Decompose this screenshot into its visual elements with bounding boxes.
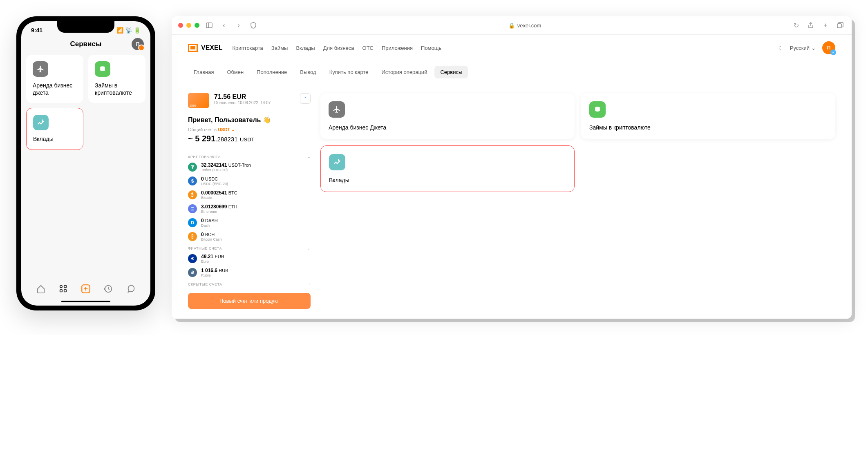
address-bar[interactable]: 🔒 vexel.com [263, 22, 786, 29]
coins-icon [589, 101, 606, 118]
sub-nav-item[interactable]: Вывод [294, 66, 322, 78]
new-tab-icon[interactable]: + [821, 20, 830, 30]
coin-row[interactable]: €49.21 EUREuro [188, 254, 311, 263]
nav-link[interactable]: Займы [271, 45, 288, 51]
svg-rect-6 [206, 23, 212, 28]
new-account-button[interactable]: Новый счет или продукт [188, 293, 311, 309]
service-title: Аренда бизнес Джета [329, 124, 566, 131]
card-title: Вклады [33, 135, 76, 143]
lock-icon: 🔒 [508, 22, 515, 29]
window-maximize-icon[interactable] [195, 23, 199, 28]
nav-link[interactable]: Криптокарта [232, 45, 263, 51]
theme-toggle-icon[interactable]: ☾ [779, 45, 783, 51]
phone-mockup: 9:41 📶 📡 🔋 Сервисы П Аренда бизнес джета… [16, 16, 155, 310]
back-icon[interactable]: ‹ [219, 20, 229, 30]
logo-icon [188, 44, 198, 52]
svg-rect-3 [60, 290, 63, 292]
sidebar: 71.56 EUR Обновлено: 10.08.2022, 14:07 П… [188, 93, 311, 309]
nav-home-icon[interactable] [36, 284, 46, 294]
logo[interactable]: VEXEL [188, 44, 222, 52]
coin-icon: ₿ [188, 232, 197, 241]
coin-row[interactable]: ₿0.00002541 BTCBitcoin [188, 190, 311, 200]
browser-window: ‹ › 🔒 vexel.com ↻ + VEXEL КриптокартаЗай… [172, 16, 852, 319]
reload-icon[interactable]: ↻ [791, 20, 801, 30]
service-card[interactable]: Аренда бизнес Джета [320, 93, 575, 139]
phone-avatar[interactable]: П [132, 38, 144, 50]
coin-row[interactable]: ₮32.3242141 USDT-TronTether (TRC-20) [188, 162, 311, 172]
nav-link[interactable]: Приложения [382, 45, 413, 51]
coin-row[interactable]: D0 DASHDash [188, 218, 311, 228]
chevron-down-icon: ⌄ [231, 127, 235, 132]
nav-history-icon[interactable] [103, 284, 114, 294]
coin-icon: Ξ [188, 204, 197, 213]
total-amount: ~ 5 291.288231 USDT [188, 134, 300, 143]
nav-link[interactable]: Для бизнеса [323, 45, 354, 51]
hidden-section-label[interactable]: СКРЫТЫЕ СЧЕТА› [188, 282, 311, 286]
coin-icon: ₽ [188, 268, 197, 277]
sub-nav-item[interactable]: Сервисы [434, 66, 468, 78]
tabs-icon[interactable] [835, 20, 845, 30]
coin-row[interactable]: ₿0 BCHBitcoin Cash [188, 232, 311, 241]
service-card[interactable]: Вклады [320, 145, 575, 192]
card-title: Аренда бизнес джета [33, 82, 77, 96]
chevron-right-icon: › [309, 282, 311, 286]
language-select[interactable]: Русский ⌄ [790, 45, 816, 51]
nav-link[interactable]: Помощь [421, 45, 441, 51]
phone-service-card[interactable]: Аренда бизнес джета [26, 55, 83, 103]
window-close-icon[interactable] [178, 23, 183, 28]
svg-rect-2 [64, 286, 67, 288]
phone-service-card[interactable]: Вклады [26, 108, 83, 150]
crypto-section-label[interactable]: КРИПТОВАЛЮТА⌄ [188, 155, 311, 159]
user-avatar[interactable]: П [822, 41, 835, 54]
coin-row[interactable]: ₽1 016.6 RUBRuble [188, 268, 311, 277]
nav-link[interactable]: Вклады [296, 45, 315, 51]
signal-icon: 📶 [116, 27, 123, 33]
chevron-down-icon: ⌄ [307, 246, 311, 250]
plane-icon [329, 101, 345, 118]
share-icon[interactable] [806, 20, 816, 30]
service-card[interactable]: Займы в криптовалюте [581, 93, 835, 139]
chevron-down-icon: ⌄ [307, 155, 311, 159]
sub-nav-item[interactable]: История операций [376, 66, 433, 78]
balance-updated: Обновлено: 10.08.2022, 14:07 [214, 100, 271, 105]
coin-row[interactable]: Ξ3.01280699 ETHEthereum [188, 204, 311, 214]
phone-service-card[interactable]: Займы в криптовалюте [88, 55, 145, 103]
nav-add-icon[interactable] [81, 284, 91, 294]
phone-page-title: Сервисы [70, 40, 102, 48]
collapse-sidebar-icon[interactable]: ⌃ [300, 93, 311, 104]
coin-icon: $ [188, 176, 197, 185]
coin-icon: ₿ [188, 190, 197, 199]
coin-icon: € [188, 254, 197, 263]
coin-row[interactable]: $0 USDCUSDC (ERC-20) [188, 176, 311, 186]
shield-icon[interactable] [248, 20, 258, 30]
phone-notch [57, 21, 114, 33]
svg-rect-4 [64, 290, 67, 292]
fiat-section-label[interactable]: ФИАТНЫЕ СЧЕТА⌄ [188, 246, 311, 250]
main-nav: VEXEL КриптокартаЗаймыВкладыДля бизнесаO… [172, 35, 852, 61]
window-minimize-icon[interactable] [186, 23, 191, 28]
nav-link[interactable]: OTC [362, 45, 374, 51]
card-image [188, 93, 209, 108]
coins-icon [95, 61, 110, 77]
sub-nav-item[interactable]: Обмен [221, 66, 249, 78]
sub-nav: ГлавнаяОбменПополнениеВыводКупить по кар… [172, 61, 852, 83]
balance-card[interactable]: 71.56 EUR Обновлено: 10.08.2022, 14:07 [188, 93, 300, 108]
greeting: Привет, Пользователь 👋 [188, 116, 300, 124]
url-text: vexel.com [517, 22, 541, 29]
nav-apps-icon[interactable] [58, 284, 69, 294]
sidebar-toggle-icon[interactable] [204, 20, 214, 30]
battery-icon: 🔋 [134, 27, 141, 33]
home-indicator [61, 301, 110, 302]
sub-nav-item[interactable]: Пополнение [251, 66, 293, 78]
sub-nav-item[interactable]: Главная [188, 66, 219, 78]
service-title: Вклады [329, 177, 566, 183]
sub-nav-item[interactable]: Купить по карте [324, 66, 374, 78]
plane-icon [33, 61, 48, 77]
nav-chat-icon[interactable] [125, 284, 136, 294]
chevron-down-icon: ⌄ [811, 45, 816, 51]
svg-point-1 [60, 286, 63, 288]
forward-icon[interactable]: › [234, 20, 244, 30]
total-label: Общий счет в USDT ⌄ [188, 127, 300, 132]
coin-icon: ₮ [188, 163, 197, 172]
card-title: Займы в криптовалюте [95, 82, 139, 96]
